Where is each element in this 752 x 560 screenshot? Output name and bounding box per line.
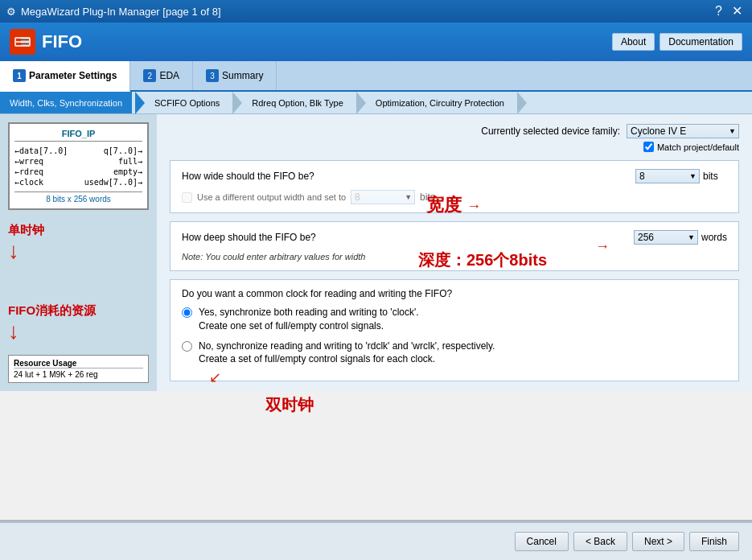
- arrow-resource: ↓: [8, 320, 149, 343]
- radio-option-no: No, synchronize reading and writing to '…: [182, 340, 727, 367]
- step-3[interactable]: Rdreq Option, Blk Type: [242, 92, 353, 113]
- output-width-unit: bits: [420, 191, 444, 203]
- radio-no-text1: No, synchronize reading and writing to '…: [199, 340, 495, 352]
- tab-label-3: Summary: [222, 70, 263, 81]
- step-arrow-2: [232, 92, 242, 114]
- bottom-buttons: Cancel < Back Next > Finish: [515, 532, 739, 551]
- radio-no-text: No, synchronize reading and writing to '…: [199, 340, 495, 367]
- app-title-text: FIFO: [42, 31, 82, 52]
- help-button[interactable]: ?: [712, 5, 725, 18]
- radio-yes-text2: Create one set of full/empty control sig…: [199, 320, 384, 331]
- port-rdreq-left: ←rdreq: [14, 167, 43, 176]
- documentation-button[interactable]: Documentation: [660, 33, 742, 51]
- tab-parameter-settings[interactable]: 1 Parameter Settings: [0, 61, 130, 92]
- svg-rect-0: [14, 37, 31, 47]
- fifo-diagram: FIFO_IP ←data[7..0] q[7..0]→ ←wrreq full…: [8, 122, 149, 210]
- depth-select-wrapper: 256: [634, 230, 698, 245]
- tab-eda[interactable]: 2 EDA: [130, 61, 193, 90]
- match-checkbox-label[interactable]: Match project/default: [643, 142, 739, 152]
- port-data-left: ←data[7..0]: [14, 146, 68, 155]
- depth-select[interactable]: 256: [634, 230, 698, 245]
- depth-section: How deep should the FIFO be? 256 words N…: [170, 221, 739, 271]
- fifo-info: 8 bits x 256 words: [14, 191, 142, 204]
- svg-rect-2: [16, 43, 21, 45]
- match-checkbox[interactable]: [643, 142, 654, 152]
- match-row: Match project/default: [170, 142, 739, 152]
- step-1-label: Width, Clks, Synchronization: [10, 98, 122, 108]
- device-family-select-wrapper: Cyclone IV E: [627, 124, 739, 138]
- close-button[interactable]: ✕: [729, 5, 746, 18]
- radio-yes-text1: Yes, synchronize both reading and writin…: [199, 307, 419, 318]
- step-3-label: Rdreq Option, Blk Type: [252, 98, 343, 108]
- step-arrow-3: [356, 92, 366, 114]
- back-button[interactable]: < Back: [573, 532, 627, 551]
- step-bar: Width, Clks, Synchronization SCFIFO Opti…: [0, 92, 752, 114]
- content-area: FIFO_IP ←data[7..0] q[7..0]→ ←wrreq full…: [0, 114, 752, 391]
- width-input-group: 8 bits: [635, 169, 727, 183]
- app-logo: [10, 29, 35, 55]
- fifo-port-row: ←rdreq empty→: [14, 167, 142, 176]
- depth-unit: words: [701, 232, 727, 243]
- about-button[interactable]: About: [612, 33, 655, 51]
- port-clock-left: ←clock: [14, 178, 43, 187]
- next-button[interactable]: Next >: [632, 532, 684, 551]
- port-full-right: full→: [118, 157, 142, 166]
- port-data-right: q[7..0]→: [104, 146, 142, 155]
- width-select-wrapper: 8: [635, 169, 700, 183]
- fifo-ports: ←data[7..0] q[7..0]→ ←wrreq full→ ←rdreq…: [14, 145, 142, 188]
- step-4[interactable]: Optimization, Circuitry Protection: [366, 92, 514, 113]
- device-family-row: Currently selected device family: Cyclon…: [170, 124, 739, 138]
- radio-no-text2: Create a set of full/empty control signa…: [199, 353, 435, 364]
- step-2[interactable]: SCFIFO Options: [145, 92, 229, 113]
- match-checkbox-text: Match project/default: [657, 142, 739, 152]
- cancel-button[interactable]: Cancel: [515, 532, 569, 551]
- svg-rect-1: [16, 39, 21, 41]
- resource-box: Resource Usage 24 lut + 1 M9K + 26 reg: [8, 355, 149, 383]
- width-select[interactable]: 8: [635, 169, 700, 183]
- tab-label-1: Parameter Settings: [29, 70, 117, 81]
- step-4-label: Optimization, Circuitry Protection: [376, 98, 504, 108]
- depth-label: How deep should the FIFO be?: [182, 232, 627, 243]
- port-usedw-right: usedw[7..0]→: [84, 178, 142, 187]
- note-text-span: Note: You could enter arbitrary values f…: [182, 252, 365, 261]
- output-width-select[interactable]: 8: [351, 190, 415, 204]
- radio-yes[interactable]: [182, 307, 192, 318]
- device-family-select[interactable]: Cyclone IV E: [627, 124, 739, 138]
- radio-no[interactable]: [182, 341, 192, 352]
- note-text: Note: You could enter arbitrary values f…: [182, 251, 727, 262]
- output-width-checkbox[interactable]: [182, 192, 192, 203]
- step-2-label: SCFIFO Options: [154, 98, 220, 108]
- ann-resource-label: FIFO消耗的资源 ↓: [8, 302, 149, 343]
- left-panel: FIFO_IP ←data[7..0] q[7..0]→ ←wrreq full…: [0, 114, 157, 391]
- clock-section: Do you want a common clock for reading a…: [170, 279, 739, 381]
- output-width-row: Use a different output width and set to …: [182, 190, 727, 204]
- radio-yes-text: Yes, synchronize both reading and writin…: [199, 306, 419, 333]
- tab-num-1: 1: [13, 69, 26, 82]
- width-row: How wide should the FIFO be? 8 bits: [182, 169, 727, 183]
- tab-num-3: 3: [206, 69, 219, 82]
- radio-option-yes: Yes, synchronize both reading and writin…: [182, 306, 727, 333]
- device-family-label: Currently selected device family:: [481, 126, 620, 137]
- title-bar: ⚙ MegaWizard Plug-In Manager [page 1 of …: [0, 0, 752, 23]
- finish-button[interactable]: Finish: [689, 532, 739, 551]
- ann-single-clock: 单时钟 ↓: [8, 221, 149, 262]
- clock-question: Do you want a common clock for reading a…: [182, 288, 727, 299]
- resource-value: 24 lut + 1 M9K + 26 reg: [14, 370, 143, 379]
- tab-bar: 1 Parameter Settings 2 EDA 3 Summary: [0, 61, 752, 92]
- port-wrreq-left: ←wrreq: [14, 157, 43, 166]
- output-width-label: Use a different output width and set to: [197, 192, 346, 202]
- tab-summary[interactable]: 3 Summary: [193, 61, 277, 90]
- header: FIFO About Documentation: [0, 23, 752, 61]
- width-section: How wide should the FIFO be? 8 bits Use …: [170, 160, 739, 213]
- width-unit: bits: [703, 171, 727, 182]
- step-arrow-4: [517, 92, 527, 114]
- step-1[interactable]: Width, Clks, Synchronization: [0, 92, 132, 113]
- title-bar-icon: ⚙: [6, 6, 16, 18]
- resource-title: Resource Usage: [14, 359, 143, 369]
- port-empty-right: empty→: [113, 167, 142, 176]
- depth-input-group: 256 words: [634, 230, 727, 245]
- title-bar-title: MegaWizard Plug-In Manager [page 1 of 8]: [21, 6, 221, 18]
- step-arrow-1: [135, 92, 145, 114]
- tab-num-2: 2: [143, 69, 156, 82]
- fifo-diagram-title: FIFO_IP: [14, 129, 142, 142]
